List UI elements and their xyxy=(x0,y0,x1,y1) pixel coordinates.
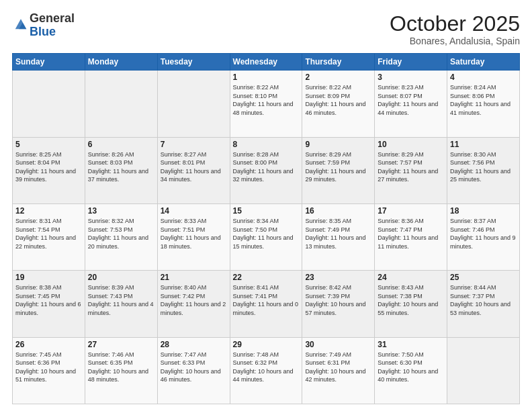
calendar-cell: 8Sunrise: 8:28 AM Sunset: 8:00 PM Daylig… xyxy=(230,137,302,203)
day-info: Sunrise: 7:46 AM Sunset: 6:35 PM Dayligh… xyxy=(88,351,154,384)
day-info: Sunrise: 8:39 AM Sunset: 7:43 PM Dayligh… xyxy=(88,283,154,317)
day-info: Sunrise: 8:30 AM Sunset: 7:56 PM Dayligh… xyxy=(450,150,517,184)
day-number: 1 xyxy=(233,73,300,82)
day-info: Sunrise: 8:35 AM Sunset: 7:49 PM Dayligh… xyxy=(305,217,371,250)
title-location: Bonares, Andalusia, Spain xyxy=(390,36,520,46)
calendar-cell: 26Sunrise: 7:45 AM Sunset: 6:36 PM Dayli… xyxy=(13,337,85,404)
day-number: 15 xyxy=(233,206,300,216)
calendar-cell: 29Sunrise: 7:48 AM Sunset: 6:32 PM Dayli… xyxy=(230,337,302,404)
calendar-cell: 28Sunrise: 7:47 AM Sunset: 6:33 PM Dayli… xyxy=(157,337,230,404)
calendar-cell: 30Sunrise: 7:49 AM Sunset: 6:31 PM Dayli… xyxy=(302,337,375,404)
day-info: Sunrise: 8:22 AM Sunset: 8:09 PM Dayligh… xyxy=(305,83,371,117)
calendar-cell: 6Sunrise: 8:26 AM Sunset: 8:03 PM Daylig… xyxy=(85,137,157,203)
day-info: Sunrise: 8:38 AM Sunset: 7:45 PM Dayligh… xyxy=(15,283,82,317)
calendar-cell: 10Sunrise: 8:29 AM Sunset: 7:57 PM Dayli… xyxy=(375,137,447,203)
day-number: 2 xyxy=(305,73,371,82)
day-number: 23 xyxy=(305,273,371,282)
day-info: Sunrise: 8:43 AM Sunset: 7:38 PM Dayligh… xyxy=(378,283,444,317)
calendar-cell: 14Sunrise: 8:33 AM Sunset: 7:51 PM Dayli… xyxy=(157,203,230,270)
calendar-cell: 22Sunrise: 8:41 AM Sunset: 7:41 PM Dayli… xyxy=(230,271,302,337)
calendar-header-row: SundayMondayTuesdayWednesdayThursdayFrid… xyxy=(13,54,520,71)
day-info: Sunrise: 8:41 AM Sunset: 7:41 PM Dayligh… xyxy=(233,283,300,317)
day-number: 4 xyxy=(450,73,517,82)
calendar-cell: 15Sunrise: 8:34 AM Sunset: 7:50 PM Dayli… xyxy=(230,203,302,270)
day-number: 24 xyxy=(378,273,444,282)
day-info: Sunrise: 8:22 AM Sunset: 8:10 PM Dayligh… xyxy=(233,83,300,117)
day-info: Sunrise: 8:40 AM Sunset: 7:42 PM Dayligh… xyxy=(161,283,227,317)
calendar-cell: 1Sunrise: 8:22 AM Sunset: 8:10 PM Daylig… xyxy=(230,71,302,137)
calendar-cell: 27Sunrise: 7:46 AM Sunset: 6:35 PM Dayli… xyxy=(85,337,157,404)
calendar-week-2: 5Sunrise: 8:25 AM Sunset: 8:04 PM Daylig… xyxy=(13,137,520,203)
day-info: Sunrise: 7:48 AM Sunset: 6:32 PM Dayligh… xyxy=(233,351,300,384)
day-number: 13 xyxy=(88,206,154,216)
calendar-week-4: 19Sunrise: 8:38 AM Sunset: 7:45 PM Dayli… xyxy=(13,271,520,337)
day-number: 30 xyxy=(305,340,371,349)
day-info: Sunrise: 8:37 AM Sunset: 7:46 PM Dayligh… xyxy=(450,217,517,250)
day-number: 20 xyxy=(88,273,154,282)
logo-blue-text: Blue xyxy=(30,26,75,39)
col-header-thursday: Thursday xyxy=(302,54,375,71)
day-number: 7 xyxy=(161,140,227,149)
calendar-cell: 17Sunrise: 8:36 AM Sunset: 7:47 PM Dayli… xyxy=(375,203,447,270)
day-number: 3 xyxy=(378,73,444,82)
day-info: Sunrise: 7:45 AM Sunset: 6:36 PM Dayligh… xyxy=(15,351,82,384)
calendar-cell: 4Sunrise: 8:24 AM Sunset: 8:06 PM Daylig… xyxy=(447,71,520,137)
calendar-cell xyxy=(85,71,157,137)
day-number: 17 xyxy=(378,206,444,216)
day-number: 18 xyxy=(450,206,517,216)
day-number: 22 xyxy=(233,273,300,282)
day-number: 6 xyxy=(88,140,154,149)
day-number: 12 xyxy=(15,206,82,216)
day-number: 29 xyxy=(233,340,300,349)
col-header-sunday: Sunday xyxy=(13,54,85,71)
day-info: Sunrise: 8:36 AM Sunset: 7:47 PM Dayligh… xyxy=(378,217,444,250)
day-info: Sunrise: 7:50 AM Sunset: 6:30 PM Dayligh… xyxy=(378,351,444,384)
header: General Blue October 2025 Bonares, Andal… xyxy=(12,12,520,46)
calendar-cell xyxy=(13,71,85,137)
day-info: Sunrise: 8:44 AM Sunset: 7:37 PM Dayligh… xyxy=(450,283,517,317)
calendar-cell: 19Sunrise: 8:38 AM Sunset: 7:45 PM Dayli… xyxy=(13,271,85,337)
day-number: 8 xyxy=(233,140,300,149)
col-header-saturday: Saturday xyxy=(447,54,520,71)
col-header-friday: Friday xyxy=(375,54,447,71)
title-month: October 2025 xyxy=(390,12,520,36)
calendar-table: SundayMondayTuesdayWednesdayThursdayFrid… xyxy=(12,53,520,404)
calendar-week-5: 26Sunrise: 7:45 AM Sunset: 6:36 PM Dayli… xyxy=(13,337,520,404)
calendar-cell: 7Sunrise: 8:27 AM Sunset: 8:01 PM Daylig… xyxy=(157,137,230,203)
calendar-cell: 12Sunrise: 8:31 AM Sunset: 7:54 PM Dayli… xyxy=(13,203,85,270)
day-info: Sunrise: 8:28 AM Sunset: 8:00 PM Dayligh… xyxy=(233,150,300,184)
day-info: Sunrise: 8:26 AM Sunset: 8:03 PM Dayligh… xyxy=(88,150,154,184)
day-number: 19 xyxy=(15,273,82,282)
calendar-cell: 18Sunrise: 8:37 AM Sunset: 7:46 PM Dayli… xyxy=(447,203,520,270)
calendar-cell: 3Sunrise: 8:23 AM Sunset: 8:07 PM Daylig… xyxy=(375,71,447,137)
calendar-cell: 13Sunrise: 8:32 AM Sunset: 7:53 PM Dayli… xyxy=(85,203,157,270)
day-number: 28 xyxy=(161,340,227,349)
calendar-cell: 9Sunrise: 8:29 AM Sunset: 7:59 PM Daylig… xyxy=(302,137,375,203)
page: General Blue October 2025 Bonares, Andal… xyxy=(0,0,532,411)
calendar-cell: 23Sunrise: 8:42 AM Sunset: 7:39 PM Dayli… xyxy=(302,271,375,337)
day-number: 27 xyxy=(88,340,154,349)
day-info: Sunrise: 8:31 AM Sunset: 7:54 PM Dayligh… xyxy=(15,217,82,250)
day-number: 10 xyxy=(378,140,444,149)
day-info: Sunrise: 8:27 AM Sunset: 8:01 PM Dayligh… xyxy=(161,150,227,184)
calendar-week-1: 1Sunrise: 8:22 AM Sunset: 8:10 PM Daylig… xyxy=(13,71,520,137)
logo-icon xyxy=(13,17,28,32)
day-number: 31 xyxy=(378,340,444,349)
calendar-cell: 5Sunrise: 8:25 AM Sunset: 8:04 PM Daylig… xyxy=(13,137,85,203)
day-number: 9 xyxy=(305,140,371,149)
calendar-cell xyxy=(157,71,230,137)
day-info: Sunrise: 8:25 AM Sunset: 8:04 PM Dayligh… xyxy=(15,150,82,184)
col-header-wednesday: Wednesday xyxy=(230,54,302,71)
logo-general-text: General xyxy=(30,12,75,26)
day-info: Sunrise: 8:29 AM Sunset: 7:59 PM Dayligh… xyxy=(305,150,371,184)
day-number: 16 xyxy=(305,206,371,216)
calendar-week-3: 12Sunrise: 8:31 AM Sunset: 7:54 PM Dayli… xyxy=(13,203,520,270)
day-info: Sunrise: 8:33 AM Sunset: 7:51 PM Dayligh… xyxy=(161,217,227,250)
day-info: Sunrise: 8:29 AM Sunset: 7:57 PM Dayligh… xyxy=(378,150,444,184)
day-info: Sunrise: 7:49 AM Sunset: 6:31 PM Dayligh… xyxy=(305,351,371,384)
day-info: Sunrise: 8:24 AM Sunset: 8:06 PM Dayligh… xyxy=(450,83,517,117)
title-block: October 2025 Bonares, Andalusia, Spain xyxy=(390,12,520,46)
day-info: Sunrise: 8:34 AM Sunset: 7:50 PM Dayligh… xyxy=(233,217,300,250)
calendar-cell xyxy=(447,337,520,404)
day-info: Sunrise: 8:23 AM Sunset: 8:07 PM Dayligh… xyxy=(378,83,444,117)
